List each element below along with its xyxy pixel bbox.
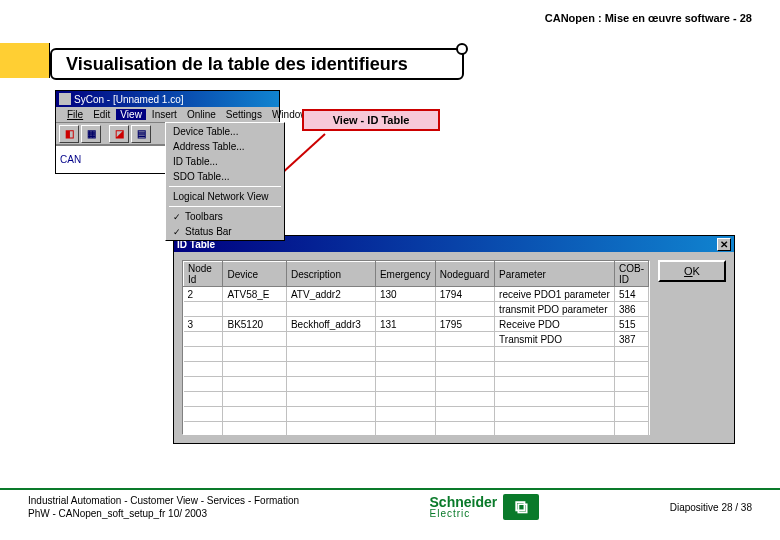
mi-sdo-table[interactable]: SDO Table...	[167, 169, 283, 184]
cell-nodeg: 1794	[435, 287, 494, 302]
menu-edit[interactable]: Edit	[89, 109, 114, 120]
cell-desc	[286, 302, 375, 317]
toolbar-btn-1[interactable]: ◧	[59, 125, 79, 143]
cell-cobid: 515	[615, 317, 649, 332]
page-title-text: Visualisation de la table des identifieu…	[66, 54, 408, 75]
toolbar-btn-3[interactable]: ◪	[109, 125, 129, 143]
cell-device	[223, 377, 286, 392]
col-device[interactable]: Device	[223, 262, 286, 287]
cell-nodeid	[184, 422, 223, 437]
cell-cobid	[615, 392, 649, 407]
sycon-titlebar[interactable]: SyCon - [Unnamed 1.co]	[56, 91, 279, 107]
sycon-title: SyCon - [Unnamed 1.co]	[74, 94, 184, 105]
cell-nodeg	[435, 407, 494, 422]
cell-emerg: 131	[375, 317, 435, 332]
mi-address-table[interactable]: Address Table...	[167, 139, 283, 154]
decorative-yellow-bar	[0, 43, 50, 78]
menu-view[interactable]: View	[116, 109, 146, 120]
mi-device-table[interactable]: Device Table...	[167, 124, 283, 139]
table-row[interactable]	[184, 407, 649, 422]
menu-insert[interactable]: Insert	[148, 109, 181, 120]
table-row[interactable]: transmit PDO parameter386	[184, 302, 649, 317]
sycon-menubar: File Edit View Insert Online Settings Wi…	[56, 107, 279, 123]
menu-settings[interactable]: Settings	[222, 109, 266, 120]
table-row[interactable]	[184, 347, 649, 362]
cell-param	[495, 422, 615, 437]
footer-rule	[0, 488, 780, 490]
cell-nodeg	[435, 377, 494, 392]
header-crumb: CANopen : Mise en œuvre software - 28	[545, 12, 752, 24]
cell-param: transmit PDO parameter	[495, 302, 615, 317]
cell-nodeid	[184, 347, 223, 362]
cell-nodeid	[184, 392, 223, 407]
cell-desc	[286, 332, 375, 347]
ok-button[interactable]: OK	[658, 260, 726, 282]
table-row[interactable]: Transmit PDO387	[184, 332, 649, 347]
cell-emerg	[375, 347, 435, 362]
cell-desc	[286, 362, 375, 377]
mi-logical-network[interactable]: Logical Network View	[167, 189, 283, 204]
cell-device	[223, 362, 286, 377]
cell-nodeid	[184, 377, 223, 392]
cell-device	[223, 422, 286, 437]
cell-cobid: 386	[615, 302, 649, 317]
cell-cobid: 514	[615, 287, 649, 302]
cell-emerg: 130	[375, 287, 435, 302]
cell-desc: Beckhoff_addr3	[286, 317, 375, 332]
cell-emerg	[375, 302, 435, 317]
app-icon	[59, 93, 71, 105]
cell-cobid	[615, 362, 649, 377]
cell-emerg	[375, 407, 435, 422]
col-parameter[interactable]: Parameter	[495, 262, 615, 287]
col-description[interactable]: Description	[286, 262, 375, 287]
cell-emerg	[375, 332, 435, 347]
cell-device	[223, 407, 286, 422]
slide-footer: Industrial Automation - Customer View - …	[0, 488, 780, 540]
cell-nodeg	[435, 302, 494, 317]
col-cobid[interactable]: COB-ID	[615, 262, 649, 287]
cell-nodeg	[435, 362, 494, 377]
cell-cobid: 387	[615, 332, 649, 347]
close-icon[interactable]: ✕	[717, 238, 731, 251]
menu-file[interactable]: File	[63, 109, 87, 120]
cell-desc	[286, 422, 375, 437]
idtable-window: ID Table ✕ Node Id Device Description Em…	[173, 235, 735, 444]
table-row[interactable]	[184, 392, 649, 407]
col-nodeid[interactable]: Node Id	[184, 262, 223, 287]
cell-nodeid	[184, 407, 223, 422]
table-row[interactable]	[184, 422, 649, 437]
callout-view-idtable: View - ID Table	[302, 109, 440, 131]
cell-nodeid	[184, 362, 223, 377]
mi-statusbar[interactable]: Status Bar	[167, 224, 283, 239]
toolbar-btn-4[interactable]: ▤	[131, 125, 151, 143]
mi-id-table[interactable]: ID Table...	[167, 154, 283, 169]
cell-device	[223, 392, 286, 407]
cell-nodeg: 1795	[435, 317, 494, 332]
cell-desc	[286, 407, 375, 422]
cell-nodeg	[435, 347, 494, 362]
page-indicator: Diapositive 28 / 38	[670, 502, 752, 513]
table-row[interactable]: 3BK5120Beckhoff_addr31311795Receive PDO5…	[184, 317, 649, 332]
table-row[interactable]: 2ATV58_EATV_addr21301794receive PDO1 par…	[184, 287, 649, 302]
cell-param	[495, 377, 615, 392]
logo-icon: ⧉	[503, 494, 539, 520]
col-nodeguard[interactable]: Nodeguard	[435, 262, 494, 287]
cell-device	[223, 302, 286, 317]
col-emergency[interactable]: Emergency	[375, 262, 435, 287]
cell-desc	[286, 377, 375, 392]
cell-nodeg	[435, 392, 494, 407]
table-row[interactable]	[184, 377, 649, 392]
cell-desc	[286, 392, 375, 407]
cell-emerg	[375, 377, 435, 392]
menu-file-label: File	[67, 109, 83, 120]
cell-nodeid: 3	[184, 317, 223, 332]
decorative-knob	[456, 43, 468, 55]
cell-cobid	[615, 377, 649, 392]
toolbar-btn-2[interactable]: ▦	[81, 125, 101, 143]
menu-online[interactable]: Online	[183, 109, 220, 120]
mi-toolbars[interactable]: Toolbars	[167, 209, 283, 224]
cell-emerg	[375, 362, 435, 377]
table-row[interactable]	[184, 362, 649, 377]
cell-cobid	[615, 347, 649, 362]
cell-param: Transmit PDO	[495, 332, 615, 347]
